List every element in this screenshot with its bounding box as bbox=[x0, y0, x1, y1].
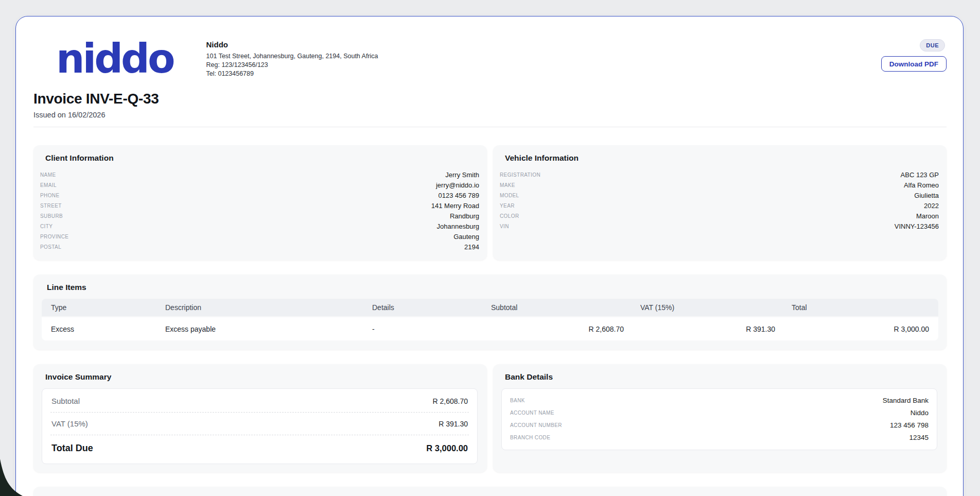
cell-details: - bbox=[372, 325, 491, 333]
field-value: 141 Merry Road bbox=[431, 202, 479, 210]
company-registration: Reg: 123/123456/123 bbox=[206, 61, 378, 70]
total-due-value: R 3,000.00 bbox=[426, 443, 468, 453]
table-row: Excess Excess payable - R 2,608.70 R 391… bbox=[42, 317, 938, 340]
info-row: REGISTRATIONABC 123 GP bbox=[500, 169, 939, 180]
field-label: STREET bbox=[40, 203, 62, 209]
summary-box: Subtotal R 2,608.70 VAT (15%) R 391.30 T… bbox=[42, 388, 478, 464]
vehicle-information-card: Vehicle Information REGISTRATIONABC 123 … bbox=[493, 145, 947, 260]
field-value: 2022 bbox=[924, 202, 939, 210]
invoice-card: niddo Niddo 101 Test Street, Johannesbur… bbox=[15, 16, 964, 496]
company-logo: niddo bbox=[56, 38, 173, 79]
status-badge: DUE bbox=[920, 39, 945, 52]
info-row: SUBURBRandburg bbox=[40, 211, 479, 221]
line-items-card: Line Items Type Description Details Subt… bbox=[33, 275, 947, 350]
info-row: POSTAL2194 bbox=[40, 242, 479, 252]
field-label: NAME bbox=[40, 172, 56, 178]
section-title: Line Items bbox=[42, 283, 938, 292]
field-label: MAKE bbox=[500, 182, 515, 188]
field-value: jerry@niddo.io bbox=[436, 181, 479, 189]
column-header: Subtotal bbox=[491, 303, 640, 312]
line-items-header-row: Type Description Details Subtotal VAT (1… bbox=[42, 299, 938, 316]
field-value: Giulietta bbox=[914, 192, 939, 199]
column-header: VAT (15%) bbox=[640, 303, 792, 312]
field-label: ACCOUNT NAME bbox=[510, 410, 554, 416]
bank-row: ACCOUNT NAMENiddo bbox=[510, 406, 929, 419]
column-header: Type bbox=[51, 303, 165, 312]
summary-value: R 2,608.70 bbox=[433, 397, 468, 405]
cell-subtotal: R 2,608.70 bbox=[491, 325, 640, 333]
field-label: ACCOUNT NUMBER bbox=[510, 422, 562, 428]
field-label: BRANCH CODE bbox=[510, 435, 550, 440]
field-value: 2194 bbox=[464, 243, 479, 251]
page-title: Invoice INV-E-Q-33 bbox=[33, 91, 947, 107]
field-label: PHONE bbox=[40, 193, 60, 198]
field-value: ABC 123 GP bbox=[901, 171, 939, 179]
field-label: REGISTRATION bbox=[500, 172, 540, 178]
field-label: EMAIL bbox=[40, 182, 57, 188]
client-information-card: Client Information NAMEJerry Smith EMAIL… bbox=[33, 145, 487, 260]
info-row: COLORMaroon bbox=[500, 211, 939, 221]
total-due-row: Total Due R 3,000.00 bbox=[50, 435, 469, 463]
cell-type: Excess bbox=[51, 325, 165, 333]
column-header: Total bbox=[792, 303, 938, 312]
field-label: SUBURB bbox=[40, 213, 63, 219]
issued-date: Issued on 16/02/2026 bbox=[33, 111, 947, 119]
info-row: MODELGiulietta bbox=[500, 190, 939, 200]
field-value: 12345 bbox=[909, 434, 929, 441]
header-actions: DUE Download PDF bbox=[881, 38, 947, 72]
company-address: 101 Test Street, Johannesburg, Gauteng, … bbox=[206, 52, 378, 61]
cell-vat: R 391.30 bbox=[640, 325, 792, 333]
field-value: Niddo bbox=[911, 409, 929, 417]
field-value: Gauteng bbox=[453, 233, 479, 241]
company-info-block: Niddo 101 Test Street, Johannesburg, Gau… bbox=[206, 38, 378, 78]
bank-row: BRANCH CODE12345 bbox=[510, 431, 929, 443]
cell-description: Excess payable bbox=[165, 325, 372, 333]
info-row: CITYJohannesburg bbox=[40, 221, 479, 231]
summary-label: VAT (15%) bbox=[51, 419, 88, 428]
field-value: Standard Bank bbox=[883, 397, 929, 404]
info-row: PHONE0123 456 789 bbox=[40, 190, 479, 200]
column-header: Description bbox=[165, 303, 372, 312]
section-title: Client Information bbox=[40, 153, 479, 163]
info-row: YEAR2022 bbox=[500, 200, 939, 211]
field-label: VIN bbox=[500, 224, 509, 229]
invoice-summary-card: Invoice Summary Subtotal R 2,608.70 VAT … bbox=[33, 364, 487, 472]
field-label: YEAR bbox=[500, 203, 515, 209]
bank-row: ACCOUNT NUMBER123 456 798 bbox=[510, 419, 929, 431]
download-pdf-button[interactable]: Download PDF bbox=[881, 56, 947, 72]
info-row: MAKEAlfa Romeo bbox=[500, 180, 939, 190]
field-label: BANK bbox=[510, 398, 525, 403]
summary-value: R 391.30 bbox=[439, 420, 468, 428]
field-value: VINNY-123456 bbox=[895, 223, 939, 230]
field-label: POSTAL bbox=[40, 244, 61, 250]
company-name: Niddo bbox=[206, 40, 378, 49]
bank-box: BANKStandard Bank ACCOUNT NAMENiddo ACCO… bbox=[501, 388, 937, 450]
page-background: niddo Niddo 101 Test Street, Johannesbur… bbox=[0, 0, 980, 496]
info-row: PROVINCEGauteng bbox=[40, 231, 479, 242]
field-label: COLOR bbox=[500, 213, 519, 219]
section-title: Invoice Summary bbox=[40, 372, 479, 382]
info-row: NAMEJerry Smith bbox=[40, 169, 479, 180]
field-label: MODEL bbox=[500, 193, 519, 198]
field-label: CITY bbox=[40, 224, 52, 229]
field-value: Johannesburg bbox=[437, 223, 479, 230]
info-row: VINVINNY-123456 bbox=[500, 221, 939, 231]
field-value: Alfa Romeo bbox=[904, 181, 939, 189]
summary-row: Subtotal R 2,608.70 bbox=[50, 390, 469, 413]
info-row: EMAILjerry@niddo.io bbox=[40, 180, 479, 190]
cell-total: R 3,000.00 bbox=[792, 325, 938, 333]
corner-cursor-artifact bbox=[0, 456, 23, 496]
section-title: Bank Details bbox=[500, 372, 939, 382]
bank-details-card: Bank Details BANKStandard Bank ACCOUNT N… bbox=[493, 364, 947, 472]
summary-row: VAT (15%) R 391.30 bbox=[50, 413, 469, 435]
field-value: Maroon bbox=[916, 212, 939, 220]
summary-label: Subtotal bbox=[51, 397, 80, 405]
column-header: Details bbox=[372, 303, 491, 312]
field-value: 0123 456 789 bbox=[438, 192, 479, 199]
invoice-header: niddo Niddo 101 Test Street, Johannesbur… bbox=[33, 38, 947, 79]
bank-row: BANKStandard Bank bbox=[510, 394, 929, 406]
field-value: 123 456 798 bbox=[890, 421, 929, 429]
field-label: PROVINCE bbox=[40, 234, 68, 240]
section-title: Vehicle Information bbox=[500, 153, 939, 163]
invoice-details-card: Invoice Details bbox=[33, 487, 947, 496]
